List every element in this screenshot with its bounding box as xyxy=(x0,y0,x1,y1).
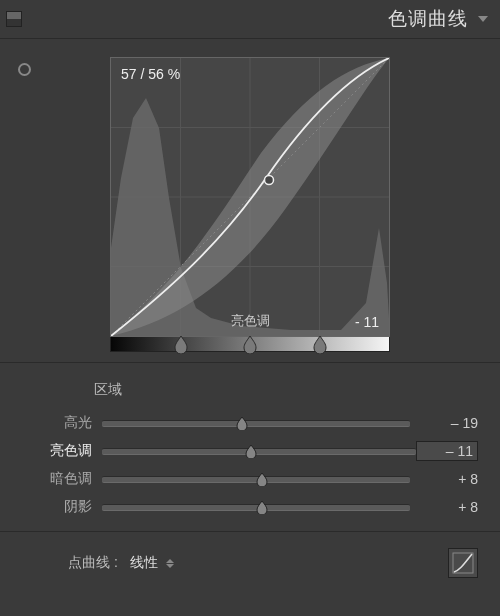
target-adjust-icon[interactable] xyxy=(18,63,31,76)
curve-coords: 57 / 56 % xyxy=(121,66,180,82)
slider-track-darks[interactable] xyxy=(102,476,410,483)
slider-value[interactable]: – 11 xyxy=(416,441,478,461)
panel-header: 色调曲线 xyxy=(0,0,500,39)
slider-row-highlights: 高光 – 19 xyxy=(22,409,478,437)
curve-graph[interactable]: 57 / 56 % 亮色调 - 11 xyxy=(110,57,390,337)
point-curve-label: 点曲线 : xyxy=(68,554,118,572)
panel-collapse-icon[interactable] xyxy=(478,16,488,22)
slider-label: 高光 xyxy=(22,414,102,432)
slider-track-lights[interactable] xyxy=(102,448,416,455)
region-sliders: 区域 高光 – 19 亮色调 – 11 暗色调 xyxy=(0,363,500,532)
slider-label: 亮色调 xyxy=(22,442,102,460)
panel-toggle-swatch[interactable] xyxy=(6,11,22,27)
slider-thumb[interactable] xyxy=(255,472,269,486)
slider-row-shadows: 阴影 + 8 xyxy=(22,493,478,521)
point-curve-value: 线性 xyxy=(130,554,158,572)
curve-area: 57 / 56 % 亮色调 - 11 xyxy=(0,39,500,363)
svg-point-7 xyxy=(265,176,274,185)
curve-icon xyxy=(452,552,474,574)
point-curve-select[interactable]: 线性 xyxy=(130,554,174,572)
slider-value[interactable]: – 19 xyxy=(410,415,478,431)
slider-thumb[interactable] xyxy=(255,500,269,514)
slider-row-lights: 亮色调 – 11 xyxy=(22,437,478,465)
region-title: 区域 xyxy=(94,381,478,399)
slider-track-highlights[interactable] xyxy=(102,420,410,427)
curve-region-strip[interactable] xyxy=(110,337,390,352)
tone-curve-panel: 色调曲线 xyxy=(0,0,500,616)
slider-thumb[interactable] xyxy=(235,416,249,430)
curve-svg xyxy=(111,58,389,336)
curve-region-value: - 11 xyxy=(355,314,379,330)
slider-value[interactable]: + 8 xyxy=(410,471,478,487)
slider-label: 暗色调 xyxy=(22,470,102,488)
slider-row-darks: 暗色调 + 8 xyxy=(22,465,478,493)
select-arrows-icon xyxy=(166,559,174,568)
slider-track-shadows[interactable] xyxy=(102,504,410,511)
panel-footer: 点曲线 : 线性 xyxy=(0,532,500,594)
slider-value[interactable]: + 8 xyxy=(410,499,478,515)
curve-mode-toggle[interactable] xyxy=(448,548,478,578)
curve-region-label: 亮色调 xyxy=(231,312,270,330)
slider-label: 阴影 xyxy=(22,498,102,516)
slider-thumb[interactable] xyxy=(244,444,258,458)
panel-title: 色调曲线 xyxy=(388,6,468,32)
